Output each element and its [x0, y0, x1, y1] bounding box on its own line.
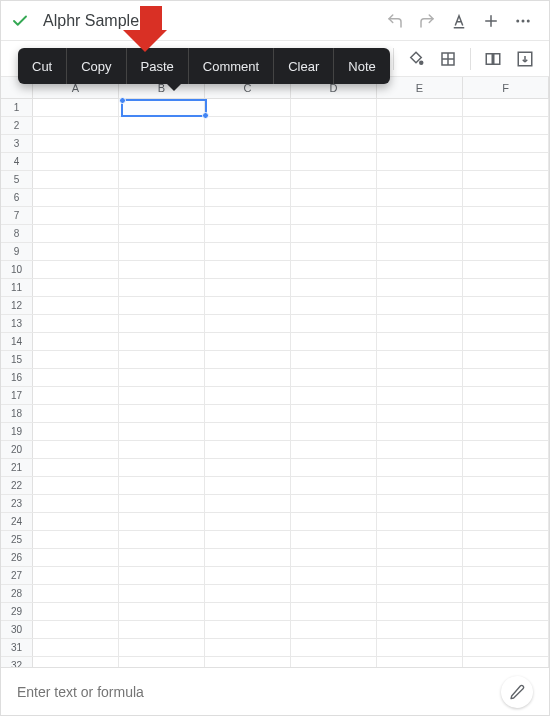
cell[interactable] — [377, 603, 463, 620]
fill-color-button[interactable] — [400, 43, 432, 75]
cell[interactable] — [463, 657, 549, 667]
cell[interactable] — [33, 207, 119, 224]
cell[interactable] — [205, 459, 291, 476]
undo-button[interactable] — [379, 12, 411, 30]
cell[interactable] — [33, 99, 119, 116]
cell[interactable] — [463, 261, 549, 278]
row-header[interactable]: 2 — [1, 117, 33, 134]
cell[interactable] — [205, 297, 291, 314]
row-header[interactable]: 13 — [1, 315, 33, 332]
cell[interactable] — [463, 243, 549, 260]
menu-copy[interactable]: Copy — [67, 48, 126, 84]
cell[interactable] — [463, 351, 549, 368]
cell[interactable] — [205, 207, 291, 224]
cell[interactable] — [119, 567, 205, 584]
cell[interactable] — [377, 459, 463, 476]
row-header[interactable]: 23 — [1, 495, 33, 512]
cell[interactable] — [119, 477, 205, 494]
cell[interactable] — [463, 531, 549, 548]
cell[interactable] — [119, 657, 205, 667]
cell[interactable] — [33, 261, 119, 278]
cell[interactable] — [119, 441, 205, 458]
cell[interactable] — [119, 171, 205, 188]
cell[interactable] — [463, 189, 549, 206]
row-header[interactable]: 10 — [1, 261, 33, 278]
cell[interactable] — [119, 423, 205, 440]
menu-note[interactable]: Note — [334, 48, 389, 84]
column-header[interactable]: F — [463, 77, 549, 98]
cell[interactable] — [377, 99, 463, 116]
cell[interactable] — [119, 387, 205, 404]
cell[interactable] — [377, 387, 463, 404]
cell[interactable] — [205, 279, 291, 296]
cell[interactable] — [377, 351, 463, 368]
row-header[interactable]: 20 — [1, 441, 33, 458]
cell[interactable] — [205, 225, 291, 242]
cell[interactable] — [33, 189, 119, 206]
menu-clear[interactable]: Clear — [274, 48, 334, 84]
cell[interactable] — [291, 207, 377, 224]
cell[interactable] — [291, 603, 377, 620]
row-header[interactable]: 30 — [1, 621, 33, 638]
row-header[interactable]: 1 — [1, 99, 33, 116]
cell[interactable] — [377, 513, 463, 530]
cell[interactable] — [205, 585, 291, 602]
row-header[interactable]: 15 — [1, 351, 33, 368]
add-button[interactable] — [475, 12, 507, 30]
cell[interactable] — [463, 207, 549, 224]
cell[interactable] — [33, 351, 119, 368]
cell[interactable] — [377, 567, 463, 584]
cell[interactable] — [33, 603, 119, 620]
row-header[interactable]: 25 — [1, 531, 33, 548]
cell[interactable] — [33, 171, 119, 188]
cell[interactable] — [377, 153, 463, 170]
cell[interactable] — [205, 351, 291, 368]
grid[interactable]: 1234567891011121314151617181920212223242… — [1, 99, 549, 667]
cell[interactable] — [377, 207, 463, 224]
cell[interactable] — [463, 225, 549, 242]
cell[interactable] — [205, 153, 291, 170]
edit-button[interactable] — [501, 676, 533, 708]
row-header[interactable]: 7 — [1, 207, 33, 224]
cell[interactable] — [33, 423, 119, 440]
cell[interactable] — [463, 585, 549, 602]
cell[interactable] — [33, 639, 119, 656]
cell[interactable] — [377, 477, 463, 494]
cell[interactable] — [291, 297, 377, 314]
cell[interactable] — [377, 549, 463, 566]
menu-cut[interactable]: Cut — [18, 48, 67, 84]
cell[interactable] — [291, 225, 377, 242]
cell[interactable] — [205, 369, 291, 386]
redo-button[interactable] — [411, 12, 443, 30]
row-header[interactable]: 19 — [1, 423, 33, 440]
cell[interactable] — [205, 189, 291, 206]
cell[interactable] — [205, 171, 291, 188]
cell[interactable] — [33, 117, 119, 134]
cell[interactable] — [463, 477, 549, 494]
cell[interactable] — [291, 333, 377, 350]
cell[interactable] — [119, 243, 205, 260]
cell[interactable] — [119, 351, 205, 368]
cell[interactable] — [377, 171, 463, 188]
cell[interactable] — [377, 585, 463, 602]
cell[interactable] — [291, 585, 377, 602]
borders-button[interactable] — [432, 43, 464, 75]
cell[interactable] — [291, 513, 377, 530]
insert-button[interactable] — [509, 43, 541, 75]
cell[interactable] — [291, 549, 377, 566]
cell[interactable] — [463, 603, 549, 620]
cell[interactable] — [377, 657, 463, 667]
cell[interactable] — [33, 369, 119, 386]
cell[interactable] — [205, 477, 291, 494]
cell[interactable] — [119, 531, 205, 548]
cell[interactable] — [291, 351, 377, 368]
cell[interactable] — [377, 333, 463, 350]
row-header[interactable]: 5 — [1, 171, 33, 188]
menu-comment[interactable]: Comment — [189, 48, 274, 84]
cell[interactable] — [377, 189, 463, 206]
cell[interactable] — [119, 279, 205, 296]
cell[interactable] — [205, 405, 291, 422]
cell[interactable] — [205, 567, 291, 584]
cell[interactable] — [463, 495, 549, 512]
cell[interactable] — [205, 387, 291, 404]
